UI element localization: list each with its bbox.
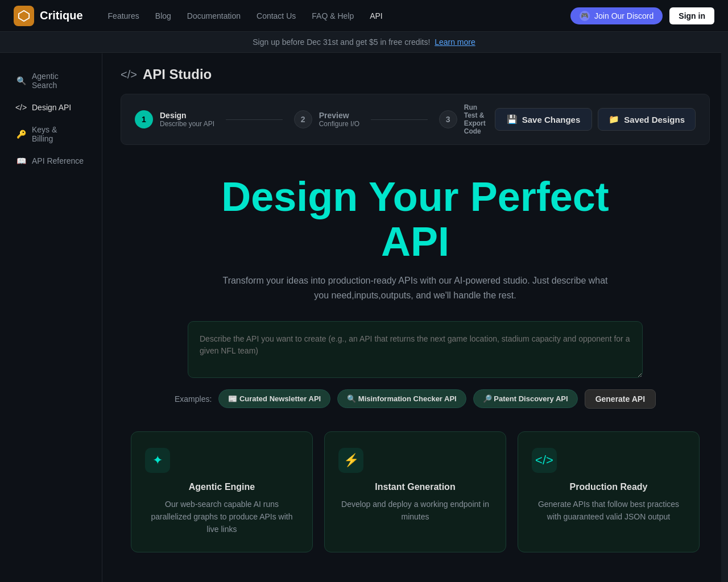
scrollbar[interactable] — [721, 32, 728, 582]
step-3-circle: 3 — [439, 110, 457, 128]
book-icon: 📖 — [16, 156, 26, 166]
nav-blog[interactable]: Blog — [148, 8, 178, 24]
feature-cards: ✦ Agentic Engine Our web-search capable … — [131, 431, 700, 552]
saved-designs-button[interactable]: 📁 Saved Designs — [598, 108, 696, 131]
step-2-sub: Configure I/O — [319, 120, 359, 128]
save-changes-label: Save Changes — [522, 115, 581, 124]
example-newsletter[interactable]: 📰 Curated Newsletter API — [218, 389, 330, 408]
sidebar-label-keys-billing: Keys &Billing — [32, 125, 57, 143]
step-connector-1 — [226, 119, 283, 120]
feature-card-instant: ⚡ Instant Generation Develop and deploy … — [324, 431, 506, 552]
key-icon: 🔑 — [16, 129, 26, 139]
banner-learn-more[interactable]: Learn more — [435, 38, 475, 47]
app-layout: 🔍 AgenticSearch </> Design API 🔑 Keys &B… — [0, 53, 728, 582]
sidebar-label-api-reference: API Reference — [32, 156, 84, 165]
example-misinfo[interactable]: 🔍 Misinformation Checker API — [337, 389, 466, 408]
discord-icon: 🎮 — [580, 11, 590, 21]
example-patent[interactable]: 🔎 Patent Discovery API — [473, 389, 578, 408]
step-1-label: Design — [160, 111, 214, 120]
sidebar-item-agentic-search[interactable]: 🔍 AgenticSearch — [5, 66, 97, 95]
step-3[interactable]: 3 RunTest &ExportCode — [439, 103, 486, 135]
api-description-input[interactable] — [188, 321, 643, 378]
sidebar-item-keys-billing[interactable]: 🔑 Keys &Billing — [5, 119, 97, 149]
nav-contact[interactable]: Contact Us — [250, 8, 303, 24]
step-2-label: Preview — [319, 111, 359, 120]
sidebar-item-api-reference[interactable]: 📖 API Reference — [5, 150, 97, 172]
save-icon: 💾 — [507, 114, 518, 124]
stepper-buttons: 💾 Save Changes 📁 Saved Designs — [495, 108, 696, 131]
page-title: API Studio — [143, 66, 212, 82]
nav-documentation[interactable]: Documentation — [180, 8, 247, 24]
hero-section: Design Your Perfect API Transform your i… — [121, 163, 710, 571]
saved-designs-label: Saved Designs — [624, 115, 685, 124]
code-bracket-icon: </> — [16, 102, 26, 113]
generate-button[interactable]: Generate API — [585, 389, 656, 409]
feature-title-agentic: Agentic Engine — [145, 482, 299, 492]
folder-icon: 📁 — [609, 114, 619, 124]
stepper: 1 Design Describe your API 2 Preview Con… — [121, 94, 710, 145]
step-2-circle: 2 — [294, 110, 312, 128]
logo[interactable]: Critique — [14, 6, 83, 26]
navbar-links: Features Blog Documentation Contact Us F… — [101, 8, 571, 24]
hero-title-line1: Design Your Perfect — [221, 174, 609, 219]
logo-text: Critique — [40, 9, 83, 22]
agentic-icon: ✦ — [145, 448, 170, 473]
feature-title-production: Production Ready — [532, 482, 685, 492]
sidebar-item-design-api[interactable]: </> Design API — [5, 97, 97, 118]
hero-title: Design Your Perfect API — [121, 174, 710, 264]
promo-banner: Sign up before Dec 31st and get $5 in fr… — [0, 32, 728, 53]
navbar: Critique Features Blog Documentation Con… — [0, 0, 728, 32]
examples-row: Examples: 📰 Curated Newsletter API 🔍 Mis… — [121, 389, 710, 409]
search-icon: 🔍 — [16, 76, 26, 86]
feature-card-production: </> Production Ready Generate APIs that … — [518, 431, 700, 552]
nav-faq[interactable]: FAQ & Help — [305, 8, 361, 24]
feature-desc-agentic: Our web-search capable AI runs paralleli… — [145, 498, 299, 536]
hero-title-line2: API — [381, 219, 449, 264]
step-1-sub: Describe your API — [160, 120, 214, 128]
step-connector-2 — [371, 119, 428, 120]
main-content: </> API Studio 1 Design Describe your AP… — [102, 53, 728, 582]
production-icon: </> — [532, 448, 557, 473]
api-studio-code-icon: </> — [121, 68, 137, 81]
feature-desc-production: Generate APIs that follow best practices… — [532, 498, 685, 523]
logo-icon — [14, 6, 34, 26]
step-1[interactable]: 1 Design Describe your API — [135, 110, 214, 128]
discord-label: Join Our Discord — [594, 11, 653, 20]
signin-button[interactable]: Sign in — [669, 7, 714, 24]
navbar-right: 🎮 Join Our Discord Sign in — [570, 7, 714, 24]
feature-desc-instant: Develop and deploy a working endpoint in… — [338, 498, 492, 523]
feature-title-instant: Instant Generation — [338, 482, 492, 492]
nav-api[interactable]: API — [363, 8, 390, 24]
step-2[interactable]: 2 Preview Configure I/O — [294, 110, 359, 128]
feature-card-agentic: ✦ Agentic Engine Our web-search capable … — [131, 431, 313, 552]
sidebar: 🔍 AgenticSearch </> Design API 🔑 Keys &B… — [0, 53, 102, 582]
examples-label: Examples: — [175, 394, 212, 404]
discord-button[interactable]: 🎮 Join Our Discord — [570, 7, 663, 24]
instant-icon: ⚡ — [338, 448, 363, 473]
page-title-row: </> API Studio — [121, 66, 710, 82]
step-2-info: Preview Configure I/O — [319, 111, 359, 128]
banner-text: Sign up before Dec 31st and get $5 in fr… — [253, 38, 430, 47]
step-3-label: RunTest &ExportCode — [464, 103, 486, 135]
nav-features[interactable]: Features — [101, 8, 146, 24]
svg-marker-1 — [21, 13, 26, 18]
sidebar-label-agentic-search: AgenticSearch — [32, 72, 59, 90]
step-3-info: RunTest &ExportCode — [464, 103, 486, 135]
save-changes-button[interactable]: 💾 Save Changes — [495, 108, 593, 131]
step-1-circle: 1 — [135, 110, 153, 128]
sidebar-label-design-api: Design API — [32, 103, 71, 112]
step-1-info: Design Describe your API — [160, 111, 214, 128]
hero-subtitle: Transform your ideas into production-rea… — [222, 273, 609, 302]
